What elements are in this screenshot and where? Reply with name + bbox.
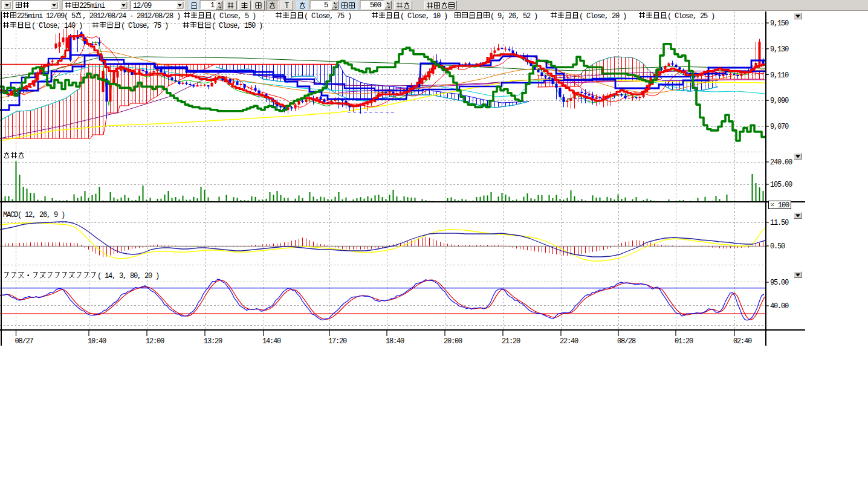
svg-text:( Close, 140 ): ( Close, 140 ) (31, 22, 82, 30)
svg-text:9,130: 9,130 (770, 45, 789, 54)
svg-text:08/27: 08/27 (15, 337, 34, 346)
svg-text:( Close, 25 ): ( Close, 25 ) (667, 12, 714, 21)
svg-text:9,090: 9,090 (770, 97, 789, 105)
svg-text:T: T (285, 2, 289, 10)
svg-text:95.00: 95.00 (770, 279, 789, 287)
svg-text:0.50: 0.50 (770, 242, 785, 251)
svg-text:18:40: 18:40 (386, 337, 404, 346)
svg-text:9,110: 9,110 (770, 71, 789, 80)
svg-text:( Close, 20 ): ( Close, 20 ) (579, 12, 626, 21)
svg-text:( Close, 10 ): ( Close, 10 ) (400, 12, 447, 21)
svg-text:MACD( 12, 26, 9 ): MACD( 12, 26, 9 ) (3, 211, 65, 219)
svg-text:9,070: 9,070 (770, 123, 789, 131)
svg-text:5: 5 (324, 1, 328, 10)
svg-text:1: 1 (210, 1, 215, 10)
svg-text:10:40: 10:40 (88, 337, 106, 346)
svg-text:( 14, 3, 80, 20 ): ( 14, 3, 80, 20 ) (97, 272, 159, 280)
svg-text:21:20: 21:20 (502, 337, 520, 346)
svg-text:02:40: 02:40 (733, 337, 752, 346)
svg-text:13:20: 13:20 (204, 337, 222, 346)
svg-text:105.00: 105.00 (770, 181, 792, 189)
svg-text:40.00: 40.00 (770, 302, 789, 311)
svg-text:11.50: 11.50 (770, 219, 789, 227)
svg-text:12/09: 12/09 (133, 2, 152, 10)
svg-text:( Close, 75 ): ( Close, 75 ) (304, 12, 351, 21)
svg-text:, 2012/08/24 - 2012/08/28 ): , 2012/08/24 - 2012/08/28 ) (82, 12, 180, 21)
svg-text:14:40: 14:40 (262, 337, 281, 346)
svg-text:01:20: 01:20 (675, 337, 693, 346)
svg-text:( Close, 75 ): ( Close, 75 ) (121, 22, 168, 30)
svg-text:225mini: 225mini (79, 2, 105, 10)
svg-text:9,150: 9,150 (770, 19, 789, 28)
svg-text:240.00: 240.00 (770, 158, 792, 167)
svg-text:( Close, 150 ): ( Close, 150 ) (212, 22, 262, 30)
svg-text:17:20: 17:20 (328, 337, 347, 346)
svg-text:( Close, 5 ): ( Close, 5 ) (212, 12, 256, 21)
svg-text:100: 100 (778, 201, 789, 210)
svg-text:500: 500 (370, 1, 381, 10)
svg-text:20:00: 20:00 (444, 337, 462, 346)
svg-text:08/28: 08/28 (617, 337, 636, 346)
svg-text:12:00: 12:00 (146, 337, 164, 346)
svg-text:225mini 12/09( 5: 225mini 12/09( 5 (17, 12, 76, 21)
svg-text:22:40: 22:40 (560, 337, 578, 346)
svg-text:( 9, 26, 52 ): ( 9, 26, 52 ) (490, 12, 537, 21)
